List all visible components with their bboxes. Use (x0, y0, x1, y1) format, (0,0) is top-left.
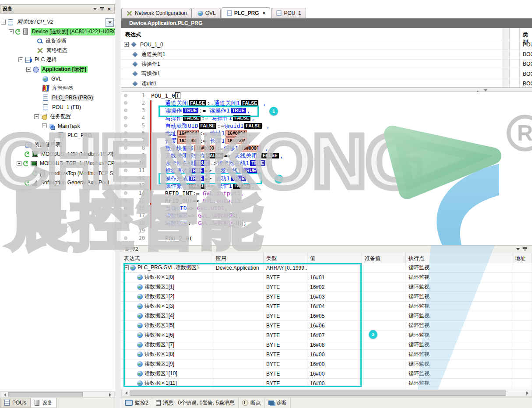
tab-PLC_PRG[interactable]: PLC_PRG× (222, 7, 271, 18)
close-icon[interactable]: × (262, 10, 265, 16)
scroll-left-icon[interactable] (122, 390, 129, 396)
panel-dropdown-icon[interactable] (514, 246, 521, 253)
panel-dropdown-icon[interactable] (92, 6, 99, 12)
breakpoint-dot-icon[interactable] (124, 221, 127, 225)
code-line[interactable]: 14RFID_INT:= GVL.intput1, (121, 190, 532, 197)
table-row[interactable]: 读数据区1[3]BYTE16#04循环监视 (121, 302, 532, 311)
table-row[interactable]: 读数据区1[2]BYTE16#03循环监视 (121, 292, 532, 302)
breakpoint-dot-icon[interactable] (124, 206, 127, 210)
watch-column-header[interactable]: 应用 (213, 253, 264, 263)
scrollbar-thumb[interactable] (130, 390, 506, 396)
code-line[interactable]: 13操作繁忙FALSE=> 繁忙1FALSE, (121, 182, 532, 190)
code-line[interactable]: 12操作完成TRUE=> 成功1TRUE, (121, 175, 532, 182)
watch-column-header[interactable]: 类型 (264, 253, 307, 263)
tree-item[interactable]: 设备诊断 (0, 36, 115, 46)
breakpoint-dot-icon[interactable] (124, 116, 127, 120)
code-line[interactable]: 15RFID_OUT=> GVL.output1, (121, 197, 532, 204)
code-line[interactable]: 1POU_1_0( (121, 92, 532, 99)
status-item-diag[interactable]: 诊断 (265, 397, 291, 408)
table-row[interactable]: 写操作1BOOL (121, 69, 532, 79)
code-line[interactable]: 9天线关闭标志位FALSE=> 天线关闭1FALSE, (121, 152, 532, 159)
tree-item[interactable]: GVL (0, 74, 115, 84)
code-line[interactable]: 8数据块偏移16#0000:=偏移116#0000 , (121, 144, 532, 152)
close-icon[interactable]: × (106, 6, 113, 12)
scroll-right-icon[interactable] (525, 390, 532, 396)
watch-column-header[interactable]: 准备值 (362, 253, 406, 263)
breakpoint-dot-icon[interactable] (124, 154, 127, 157)
code-line[interactable]: 17读数据区=> GVL.读数据区1, (121, 212, 532, 219)
table-row[interactable]: 读数据区1[6]BYTE16#07循环监视 (121, 331, 532, 340)
table-row[interactable]: 读操作1BOOL (121, 60, 532, 69)
dropdown-icon[interactable] (106, 18, 114, 27)
breakpoint-dot-icon[interactable] (124, 191, 127, 195)
tree-item[interactable]: SoftMotion General Axis Pool (0, 178, 115, 187)
table-row[interactable]: 读数据区1[9]BYTE16#00循环监视 (121, 359, 532, 369)
tree-expander-icon[interactable]: − (17, 161, 21, 166)
tab-Network Configuration[interactable]: Network Configuration (121, 8, 192, 18)
tree-item[interactable]: −PLC 逻辑 (0, 55, 115, 65)
editor-splitter[interactable] (121, 88, 532, 92)
code-line[interactable]: 18写数据区:= GVL.写数据区1); (121, 219, 532, 227)
breakpoint-dot-icon[interactable] (124, 176, 127, 180)
tree-item[interactable]: −Application [运行] (0, 65, 115, 74)
breakpoint-dot-icon[interactable] (124, 184, 127, 187)
code-line[interactable]: 20POU_2_0( (121, 235, 532, 242)
tree-expander-icon[interactable]: − (18, 57, 23, 62)
tree-expander-icon[interactable]: − (42, 123, 47, 128)
breakpoint-dot-icon[interactable] (124, 124, 127, 127)
table-row[interactable]: 读数据区1[1]BYTE16#02循环监视 (121, 282, 532, 292)
tree-item[interactable]: −Device [连接的] (AC801-0221-U0R0) (0, 27, 115, 37)
tree-expander-icon[interactable]: − (26, 67, 31, 72)
breakpoint-dot-icon[interactable] (124, 214, 127, 217)
tree-item[interactable]: 资源使用表 (0, 140, 115, 150)
pin-icon[interactable] (521, 246, 528, 253)
watch-column-header[interactable]: 表达式 (121, 253, 213, 263)
watch-hscrollbar[interactable] (121, 390, 532, 397)
table-row[interactable]: −PLC_PRG.GVL.读数据区1Device.ApplicationARRA… (121, 263, 532, 273)
status-item-message[interactable]: 消息 - 0个错误, 0警告, 5条消息 (152, 397, 239, 408)
code-line[interactable]: 19 (121, 227, 532, 235)
table-row[interactable]: 读数据区1[10]BYTE16#00循环监视 (121, 369, 532, 379)
code-line[interactable]: 6地址16#0004:= 地址116#0004, (121, 130, 532, 137)
code-line[interactable]: 10读卡器在线TRUE=>读卡器在线1TRUE, (121, 159, 532, 167)
code-line[interactable]: 7长度16#0004:= 长度116#0004, (121, 137, 532, 144)
table-row[interactable]: 读数据区1[8]BYTE16#00循环监视 (121, 350, 532, 359)
tree-expander-icon[interactable]: − (1, 20, 6, 25)
breakpoint-dot-icon[interactable] (124, 109, 127, 112)
breakpoint-dot-icon[interactable] (124, 101, 127, 105)
tree-item[interactable]: PLC_PRG (0, 131, 115, 141)
tree-item[interactable]: POU_1 (FB) (0, 102, 115, 112)
status-item-watch[interactable]: 监控2 (121, 397, 152, 408)
breakpoint-dot-icon[interactable] (124, 199, 127, 202)
watch-column-header[interactable]: 地址 (512, 253, 532, 263)
tree-item[interactable]: −MainTask (0, 121, 115, 131)
tab-GVL[interactable]: GVL (193, 8, 221, 18)
code-line[interactable]: 11标签有效TRUE=> 标签在线1TRUE, (121, 167, 532, 174)
tree-item[interactable]: modbusTcp (ModbusTCP Slave) (0, 169, 115, 178)
breakpoint-dot-icon[interactable] (124, 146, 127, 150)
pin-icon[interactable] (99, 6, 106, 12)
sidebar-tab-POUs[interactable]: POUs (0, 398, 30, 408)
tree-item[interactable]: 网络组态 (0, 46, 115, 56)
table-row[interactable]: 读数据区1[5]BYTE16#06循环监视 (121, 321, 532, 331)
table-row[interactable]: 读数据区1[4]BYTE16#05循环监视 (121, 311, 532, 321)
tree-item[interactable]: MODBUS_TCP (ModbusTCP本地从站) (0, 150, 115, 159)
table-row[interactable]: 读数据区1[12]BYTE16#00循环监视 (121, 388, 532, 389)
table-row[interactable]: +POU_1_0POU_1 (121, 40, 532, 49)
code-line[interactable]: 4写操作FALSE:= 写操作1FALSE, (121, 114, 532, 122)
tree-item[interactable]: 库管理器 (0, 84, 115, 93)
status-item-breakpoint[interactable]: 断点 (239, 397, 265, 408)
breakpoint-dot-icon[interactable] (124, 139, 127, 142)
row-expander-icon[interactable]: − (124, 265, 129, 270)
table-row[interactable]: 通道关闭1BOOL (121, 49, 532, 59)
tree-expander-icon[interactable]: − (9, 29, 14, 34)
tree-expander-icon[interactable]: − (34, 114, 39, 119)
code-editor[interactable]: 1POU_1_0(2通道关闭FALSE:=通道关闭1FALSE ,3读操作TRU… (121, 92, 532, 245)
table-row[interactable]: 读数据区1[7]BYTE16#08循环监视 (121, 340, 532, 350)
breakpoint-dot-icon[interactable] (124, 169, 127, 172)
code-line[interactable]: 16当前UID=> GVL.UID1, (121, 204, 532, 212)
code-line[interactable]: 3读操作TRUE:= 读操作1TRUE, (121, 107, 532, 114)
tree-item[interactable]: −任务配置 (0, 112, 115, 121)
watch-column-header[interactable]: 执行点 (406, 253, 512, 263)
row-expander-icon[interactable]: + (124, 42, 129, 47)
